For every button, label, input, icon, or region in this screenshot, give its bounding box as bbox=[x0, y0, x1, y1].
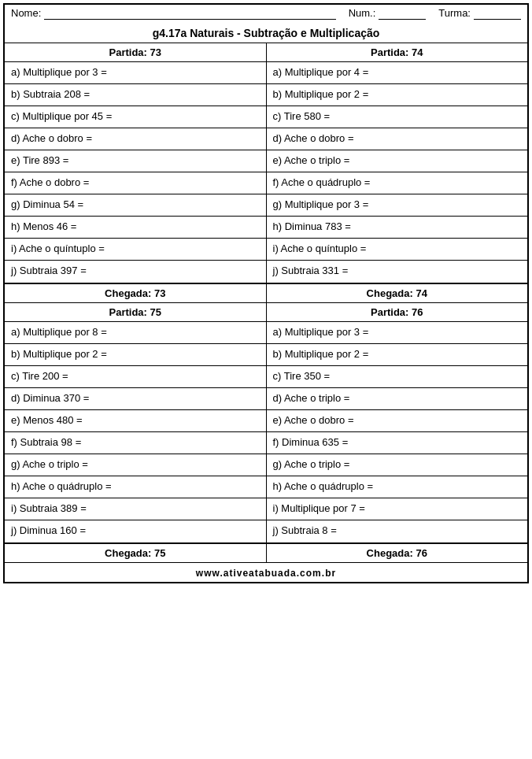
col-1-1: Partida: 76a) Multiplique por 3 =b) Mult… bbox=[267, 303, 528, 542]
header-row: Nome: Num.: Turma: bbox=[5, 5, 527, 22]
col-item-1-0-2: c) Tire 200 = bbox=[5, 366, 266, 388]
col-item-1-1-5: f) Diminua 635 = bbox=[267, 432, 528, 454]
col-item-0-0-8: i) Ache o quíntuplo = bbox=[5, 239, 266, 261]
col-item-1-1-4: e) Ache o dobro = bbox=[267, 410, 528, 432]
section-1: Partida: 75a) Multiplique por 8 =b) Mult… bbox=[5, 303, 527, 544]
chegada-cell-1-1: Chegada: 76 bbox=[267, 544, 528, 562]
col-item-0-0-7: h) Menos 46 = bbox=[5, 217, 266, 239]
col-item-1-0-7: h) Ache o quádruplo = bbox=[5, 476, 266, 498]
num-label: Num.: bbox=[349, 7, 376, 20]
col-item-1-0-6: g) Ache o triplo = bbox=[5, 454, 266, 476]
col-item-1-1-9: j) Subtraia 8 = bbox=[267, 520, 528, 542]
col-1-0: Partida: 75a) Multiplique por 8 =b) Mult… bbox=[5, 303, 267, 542]
col-item-1-1-0: a) Multiplique por 3 = bbox=[267, 322, 528, 344]
col-item-0-0-5: f) Ache o dobro = bbox=[5, 172, 266, 194]
col-item-1-1-7: h) Ache o quádruplo = bbox=[267, 476, 528, 498]
col-item-1-1-2: c) Tire 350 = bbox=[267, 366, 528, 388]
turma-label: Turma: bbox=[438, 7, 471, 20]
col-item-1-0-8: i) Subtraia 389 = bbox=[5, 498, 266, 520]
col-header-1-0: Partida: 75 bbox=[5, 303, 266, 322]
col-item-0-1-2: c) Tire 580 = bbox=[267, 106, 528, 128]
col-item-0-0-4: e) Tire 893 = bbox=[5, 150, 266, 172]
page-title: g4.17a Naturais - Subtração e Multiplica… bbox=[5, 22, 527, 43]
footer: www.ativeatabuada.com.br bbox=[5, 563, 527, 582]
col-item-0-1-7: h) Diminua 783 = bbox=[267, 217, 528, 239]
col-item-0-1-1: b) Multiplique por 2 = bbox=[267, 84, 528, 106]
col-item-0-1-0: a) Multiplique por 4 = bbox=[267, 62, 528, 84]
col-0-0: Partida: 73a) Multiplique por 3 =b) Subt… bbox=[5, 43, 267, 283]
col-item-1-1-6: g) Ache o triplo = bbox=[267, 454, 528, 476]
col-item-0-0-3: d) Ache o dobro = bbox=[5, 128, 266, 150]
col-item-0-1-5: f) Ache o quádruplo = bbox=[267, 172, 528, 194]
col-0-1: Partida: 74a) Multiplique por 4 =b) Mult… bbox=[267, 43, 528, 283]
col-item-0-0-6: g) Diminua 54 = bbox=[5, 194, 266, 217]
nome-label: Nome: bbox=[11, 7, 41, 20]
chegada-row-1: Chegada: 75Chegada: 76 bbox=[5, 544, 527, 563]
col-item-0-1-4: e) Ache o triplo = bbox=[267, 150, 528, 172]
col-item-1-0-9: j) Diminua 160 = bbox=[5, 520, 266, 542]
page: Nome: Num.: Turma: g4.17a Naturais - Sub… bbox=[3, 3, 529, 583]
col-item-1-1-3: d) Ache o triplo = bbox=[267, 388, 528, 410]
col-item-1-1-1: b) Multiplique por 2 = bbox=[267, 344, 528, 366]
col-item-0-0-2: c) Multiplique por 45 = bbox=[5, 106, 266, 128]
col-item-0-1-9: j) Subtraia 331 = bbox=[267, 261, 528, 283]
section-0: Partida: 73a) Multiplique por 3 =b) Subt… bbox=[5, 43, 527, 284]
chegada-cell-0-1: Chegada: 74 bbox=[267, 284, 528, 302]
col-item-1-0-0: a) Multiplique por 8 = bbox=[5, 322, 266, 344]
col-header-0-1: Partida: 74 bbox=[267, 43, 528, 62]
col-header-1-1: Partida: 76 bbox=[267, 303, 528, 322]
col-item-1-0-3: d) Diminua 370 = bbox=[5, 388, 266, 410]
chegada-row-0: Chegada: 73Chegada: 74 bbox=[5, 284, 527, 303]
chegada-cell-1-0: Chegada: 75 bbox=[5, 544, 267, 562]
col-item-0-1-8: i) Ache o quíntuplo = bbox=[267, 239, 528, 261]
col-header-0-0: Partida: 73 bbox=[5, 43, 266, 62]
col-item-1-0-4: e) Menos 480 = bbox=[5, 410, 266, 432]
chegada-cell-0-0: Chegada: 73 bbox=[5, 284, 267, 302]
col-item-1-0-1: b) Multiplique por 2 = bbox=[5, 344, 266, 366]
col-item-0-1-6: g) Multiplique por 3 = bbox=[267, 194, 528, 217]
col-item-0-0-9: j) Subtraia 397 = bbox=[5, 261, 266, 283]
col-item-1-1-8: i) Multiplique por 7 = bbox=[267, 498, 528, 520]
col-item-0-1-3: d) Ache o dobro = bbox=[267, 128, 528, 150]
col-item-1-0-5: f) Subtraia 98 = bbox=[5, 432, 266, 454]
col-item-0-0-0: a) Multiplique por 3 = bbox=[5, 62, 266, 84]
col-item-0-0-1: b) Subtraia 208 = bbox=[5, 84, 266, 106]
